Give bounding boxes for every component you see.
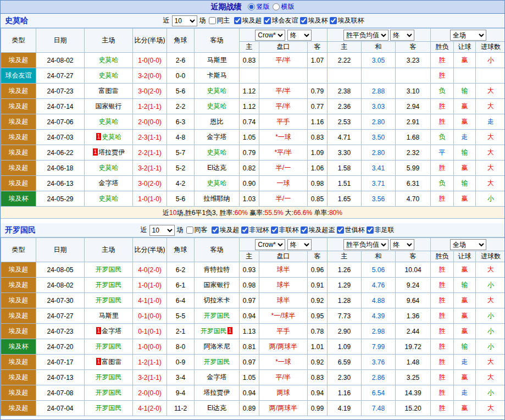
near-label: 近 xyxy=(141,225,147,235)
team-link[interactable]: 开罗国民 xyxy=(204,358,230,366)
league-checkbox[interactable] xyxy=(301,226,308,234)
same-venue-option[interactable]: 同客 xyxy=(186,225,208,235)
team-link[interactable]: 开罗国民 xyxy=(96,373,122,381)
home-team-cell: 1富图雷 xyxy=(85,355,133,370)
league-type-cell: 埃及杯 xyxy=(1,191,36,207)
scope-select[interactable]: 全场 xyxy=(450,239,486,250)
team-link[interactable]: 史莫哈 xyxy=(207,148,227,156)
team-link[interactable]: 塔拉贾伊 xyxy=(204,389,230,396)
same-venue-checkbox[interactable] xyxy=(209,17,216,24)
team-link[interactable]: 开罗国民 xyxy=(204,312,230,319)
team-link[interactable]: 国家银行 xyxy=(96,102,122,110)
same-venue-checkbox[interactable] xyxy=(186,226,193,234)
team-link[interactable]: 富图雷 xyxy=(102,358,121,366)
team-link[interactable]: 金字塔 xyxy=(102,327,121,335)
league-checkbox[interactable] xyxy=(271,226,278,234)
league-filter-option[interactable]: 埃及杯 xyxy=(299,16,328,25)
match-count-select[interactable]: 10 xyxy=(172,15,197,26)
team-link[interactable]: 卡斯马 xyxy=(207,71,227,79)
team-link[interactable]: 切拉米卡 xyxy=(204,296,230,304)
league-filter-option[interactable]: 埃及超 xyxy=(234,16,262,25)
record-summary: 近10场,胜6平1负3, 胜率:60% 赢率:55.5% 大:66.6% 单率:… xyxy=(1,207,504,219)
team-link[interactable]: 恩比 xyxy=(210,118,224,125)
team-link[interactable]: 史莫哈 xyxy=(99,195,119,202)
team-link[interactable]: 富图雷 xyxy=(99,87,119,95)
team-link[interactable]: 塔拉贾伊 xyxy=(98,148,125,156)
team-link[interactable]: 马斯里 xyxy=(207,56,227,64)
team-link[interactable]: 史莫哈 xyxy=(207,179,227,187)
league-type-cell: 埃及超 xyxy=(1,401,36,416)
league-checkbox[interactable] xyxy=(330,17,337,24)
league-checkbox[interactable] xyxy=(300,17,307,24)
league-filter-option[interactable]: 非冠杯 xyxy=(241,225,269,235)
match-count-select[interactable]: 10 xyxy=(149,225,175,236)
score-cell: 2-0(0-0) xyxy=(133,114,167,130)
team-link[interactable]: 拉维耶纳 xyxy=(204,195,230,202)
odds-stage-select[interactable]: 终 xyxy=(287,30,312,41)
win-odds-cell: 2.90 xyxy=(328,324,362,339)
wdl-stage-select[interactable]: 终 xyxy=(390,239,414,250)
away-team-cell: 肯特拉特 xyxy=(195,262,240,278)
team-link[interactable]: 史莫哈 xyxy=(99,118,119,125)
handicap-cell: 球半 xyxy=(259,262,308,278)
team-link[interactable]: 国家银行 xyxy=(204,281,230,289)
league-checkbox[interactable] xyxy=(337,226,344,234)
team-link[interactable]: 史莫哈 xyxy=(99,71,119,79)
wdl-stage-select[interactable]: 终 xyxy=(390,30,414,41)
team-link[interactable]: 金字塔 xyxy=(99,179,119,187)
win-odds-cell: 3.30 xyxy=(328,145,362,161)
wdl-company-select[interactable]: 胜平负均值 xyxy=(343,239,389,250)
team-link[interactable]: 史莫哈 xyxy=(207,87,227,95)
layout-horizontal-option[interactable]: 横版 xyxy=(272,2,295,12)
team-link[interactable]: 金字塔 xyxy=(207,133,227,141)
team-link[interactable]: 史莫哈 xyxy=(102,133,121,141)
corners-cell: 6-4 xyxy=(167,293,195,308)
date-cell: 24-07-17 xyxy=(36,355,85,370)
team-link[interactable]: 开罗国民 xyxy=(96,296,122,304)
win-odds-cell: 2.53 xyxy=(328,114,362,130)
match-row: 埃及超24-07-23富图雷3-0(2-0)5-6史莫哈1.12平/半0.792… xyxy=(1,84,505,99)
odds-stage-select[interactable]: 终 xyxy=(287,239,312,250)
team-link[interactable]: 马斯里 xyxy=(99,312,119,319)
league-filter-option[interactable]: 埃及超盃 xyxy=(300,225,335,235)
team-name[interactable]: 史莫哈 xyxy=(5,16,28,26)
odds-company-select[interactable]: Crow* xyxy=(255,30,285,41)
team-link[interactable]: 开罗国民 xyxy=(96,389,122,396)
team-link[interactable]: 开罗国民 xyxy=(96,342,122,350)
league-filter-option[interactable]: 非联杯 xyxy=(270,225,299,235)
team-link[interactable]: 史莫哈 xyxy=(99,164,119,172)
win-odds-cell: 1.51 xyxy=(328,176,362,191)
league-filter-option[interactable]: 埃及超 xyxy=(211,225,240,235)
league-checkbox[interactable] xyxy=(264,17,271,24)
league-filter-option[interactable]: 球会友谊 xyxy=(263,16,298,25)
team-link[interactable]: 开罗国民 xyxy=(96,404,122,412)
horizontal-layout-radio[interactable] xyxy=(273,3,280,10)
team-link[interactable]: 金字塔 xyxy=(207,373,227,381)
odds-company-select[interactable]: Crow* xyxy=(255,239,285,250)
league-filter-option[interactable]: 埃及联杯 xyxy=(329,16,364,25)
team-link[interactable]: 开罗国民 xyxy=(201,327,227,335)
wdl-company-select[interactable]: 胜平负均值 xyxy=(343,30,389,41)
same-venue-option[interactable]: 同主 xyxy=(208,16,230,25)
league-checkbox[interactable] xyxy=(212,226,219,234)
handicap-result-cell: 赢 xyxy=(454,370,476,385)
team-name[interactable]: 开罗国民 xyxy=(5,225,36,235)
team-link[interactable]: 史莫哈 xyxy=(99,56,119,64)
scope-select[interactable]: 全场 xyxy=(450,30,486,41)
league-checkbox[interactable] xyxy=(367,226,374,234)
league-filter-option[interactable]: 世俱杯 xyxy=(336,225,365,235)
league-checkbox[interactable] xyxy=(234,17,241,24)
lose-odds-cell: 3.23 xyxy=(396,53,431,68)
team-link[interactable]: El达克 xyxy=(207,164,226,172)
league-filter-option[interactable]: 非足联 xyxy=(366,225,395,235)
team-link[interactable]: 史莫哈 xyxy=(207,102,227,110)
team-link[interactable]: 开罗国民 xyxy=(96,266,122,273)
team-link[interactable]: El达克 xyxy=(207,404,226,412)
team-link[interactable]: 阿洛米尼 xyxy=(204,342,230,350)
ah-away-odds-cell: 1.09 xyxy=(308,145,328,161)
team-link[interactable]: 开罗国民 xyxy=(96,281,122,289)
team-link[interactable]: 肯特拉特 xyxy=(204,266,230,273)
vertical-layout-radio[interactable] xyxy=(248,3,255,10)
layout-vertical-option[interactable]: 竖版 xyxy=(247,2,270,12)
league-checkbox[interactable] xyxy=(241,226,248,234)
